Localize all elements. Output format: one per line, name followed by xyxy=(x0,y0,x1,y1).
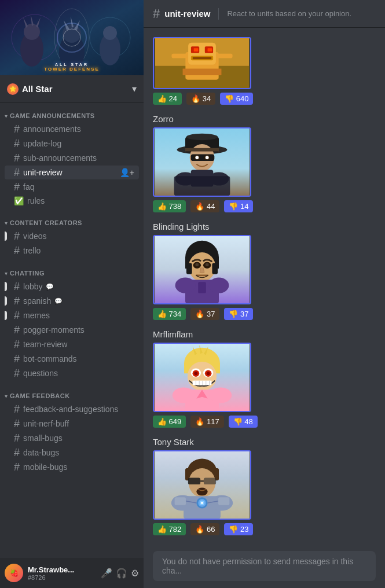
section-game-announcements: ▾GAME ANNOUNCEMENTS#announcements#update… xyxy=(0,103,144,210)
channel-item-rules[interactable]: ✅rules xyxy=(5,194,139,207)
svg-rect-28 xyxy=(183,69,222,75)
vote-down-zorro[interactable]: 👎 14 xyxy=(224,200,253,212)
hash-icon: # xyxy=(14,245,20,256)
section-header-content-creators[interactable]: ▾CONTENT CREATORS xyxy=(0,219,144,229)
vote-up-blinding-lights[interactable]: 👍 734 xyxy=(153,308,186,320)
hash-icon: # xyxy=(14,404,20,414)
section-label: GAME FEEDBACK xyxy=(10,392,70,399)
add-member-icon[interactable]: 👤+ xyxy=(120,168,134,177)
channel-item-sub-announcements[interactable]: #sub-announcements xyxy=(5,151,139,165)
sidebar: ALL STAR TOWER DEFENSE ⭐ All Star ▾ ▾GAM… xyxy=(0,0,144,588)
svg-rect-104 xyxy=(175,497,186,505)
svg-rect-45 xyxy=(174,176,230,196)
channel-item-feedback-and-suggestions[interactable]: #feedback-and-suggestions xyxy=(5,402,139,416)
channel-item-trello[interactable]: #trello xyxy=(5,244,139,258)
channel-item-videos[interactable]: #videos xyxy=(5,229,139,243)
main-layout: ALL STAR TOWER DEFENSE ⭐ All Star ▾ ▾GAM… xyxy=(0,0,385,588)
channel-name-mobile-bugs: mobile-bugs xyxy=(23,462,67,472)
hash-icon: # xyxy=(14,182,20,192)
channel-name-memes: memes xyxy=(23,311,50,320)
section-header-game-announcements[interactable]: ▾GAME ANNOUNCEMENTS xyxy=(0,112,144,122)
vote-up-mrflimflam[interactable]: 👍 649 xyxy=(153,416,186,428)
svg-rect-24 xyxy=(194,48,199,52)
unit-image-zorro xyxy=(153,127,251,197)
channel-name-team-review: team-review xyxy=(23,340,67,349)
channel-sections: ▾GAME ANNOUNCEMENTS#announcements#update… xyxy=(0,103,144,477)
hash-icon: # xyxy=(14,418,20,429)
vote-bar-blinding-lights: 👍 734🔥 37👎 37 xyxy=(153,308,376,320)
vote-fire-partial-top[interactable]: 🔥 34 xyxy=(186,93,215,105)
vote-down-mrflimflam[interactable]: 👎 48 xyxy=(229,416,258,428)
vote-bar-mrflimflam: 👍 649🔥 117👎 48 xyxy=(153,416,376,428)
section-chatting: ▾CHATTING#lobby💬#spanish💬#memes#pogger-m… xyxy=(0,260,144,383)
vote-up-tony-stark[interactable]: 👍 782 xyxy=(153,523,186,535)
hash-icon: # xyxy=(14,231,20,241)
svg-point-53 xyxy=(206,263,209,266)
unit-card-zorro: Zorro xyxy=(153,114,376,212)
hash-icon: # xyxy=(14,433,20,443)
slow-mode-icon: 💬 xyxy=(54,297,63,305)
chat-input-bar: You do not have permission to send messa… xyxy=(153,551,376,581)
section-content-creators: ▾CONTENT CREATORS#videos#trello xyxy=(0,210,144,260)
channel-name-unit-nerf-buff: unit-nerf-buff xyxy=(23,419,69,428)
vote-down-blinding-lights[interactable]: 👎 37 xyxy=(224,308,253,320)
chat-area: # unit-review React to units based on yo… xyxy=(144,0,385,588)
section-header-chatting[interactable]: ▾CHATTING xyxy=(0,270,144,279)
channel-hash-icon: # xyxy=(153,6,160,21)
svg-point-49 xyxy=(189,252,215,281)
channel-item-lobby[interactable]: #lobby💬 xyxy=(5,280,139,293)
unit-card-mrflimflam: Mrflimflam xyxy=(153,329,376,428)
channel-name-data-bugs: data-bugs xyxy=(23,448,59,457)
settings-icon[interactable]: ⚙ xyxy=(131,568,139,579)
slow-mode-icon: 💬 xyxy=(46,283,54,291)
hash-icon: # xyxy=(14,153,20,163)
section-header-game-feedback[interactable]: ▾GAME FEEDBACK xyxy=(0,392,144,402)
vote-fire-tony-stark[interactable]: 🔥 66 xyxy=(190,523,219,535)
server-dropdown-icon[interactable]: ▾ xyxy=(132,83,137,94)
channel-item-unit-nerf-buff[interactable]: #unit-nerf-buff xyxy=(5,417,139,431)
unit-name-blinding-lights: Blinding Lights xyxy=(153,222,376,231)
vote-fire-mrflimflam[interactable]: 🔥 117 xyxy=(190,416,223,428)
headphone-icon[interactable]: 🎧 xyxy=(116,568,127,579)
mic-icon[interactable]: 🎤 xyxy=(101,568,112,579)
channel-item-data-bugs[interactable]: #data-bugs xyxy=(5,446,139,460)
channel-item-announcements[interactable]: #announcements xyxy=(5,122,139,136)
svg-point-101 xyxy=(201,502,203,504)
channel-name-questions: questions xyxy=(23,369,58,378)
channel-name-small-bugs: small-bugs xyxy=(23,433,63,443)
channel-item-team-review[interactable]: #team-review xyxy=(5,337,139,351)
channel-name-rules: rules xyxy=(27,196,45,205)
channel-item-update-log[interactable]: #update-log xyxy=(5,137,139,150)
channel-item-spanish[interactable]: #spanish💬 xyxy=(5,294,139,308)
channel-item-memes[interactable]: #memes xyxy=(5,308,139,322)
svg-point-80 xyxy=(173,387,195,403)
channel-item-unit-review[interactable]: #unit-review👤+ xyxy=(5,166,139,179)
server-name-bar[interactable]: ⭐ All Star ▾ xyxy=(0,75,144,103)
vote-down-tony-stark[interactable]: 👎 23 xyxy=(224,523,253,535)
vote-fire-blinding-lights[interactable]: 🔥 37 xyxy=(190,308,219,320)
channel-name-spanish: spanish xyxy=(23,296,51,306)
svg-point-66 xyxy=(188,362,217,391)
channel-item-mobile-bugs[interactable]: #mobile-bugs xyxy=(5,460,139,474)
server-icon: ⭐ xyxy=(7,83,19,95)
vote-up-zorro[interactable]: 👍 738 xyxy=(153,200,186,212)
channel-name-trello: trello xyxy=(23,246,41,255)
hash-icon: # xyxy=(14,368,20,378)
channel-item-bot-commands[interactable]: #bot-commands xyxy=(5,352,139,366)
vote-up-partial-top[interactable]: 👍 24 xyxy=(153,93,182,105)
svg-point-40 xyxy=(206,156,209,159)
hash-icon: # xyxy=(14,167,20,178)
channel-item-pogger-moments[interactable]: #pogger-moments xyxy=(5,323,139,337)
vote-down-partial-top[interactable]: 👎 640 xyxy=(220,93,253,105)
header-divider xyxy=(218,8,219,20)
channel-item-faq[interactable]: #faq xyxy=(5,180,139,194)
vote-bar-partial-top: 👍 24🔥 34👎 640 xyxy=(153,93,376,105)
channel-item-questions[interactable]: #questions xyxy=(5,366,139,380)
channel-item-small-bugs[interactable]: #small-bugs xyxy=(5,431,139,445)
vote-fire-zorro[interactable]: 🔥 44 xyxy=(190,200,219,212)
svg-rect-44 xyxy=(185,148,219,152)
unit-card-tony-stark: Tony Stark xyxy=(153,437,376,535)
svg-point-58 xyxy=(209,278,229,293)
svg-point-52 xyxy=(195,263,199,266)
hash-icon: # xyxy=(14,138,20,149)
